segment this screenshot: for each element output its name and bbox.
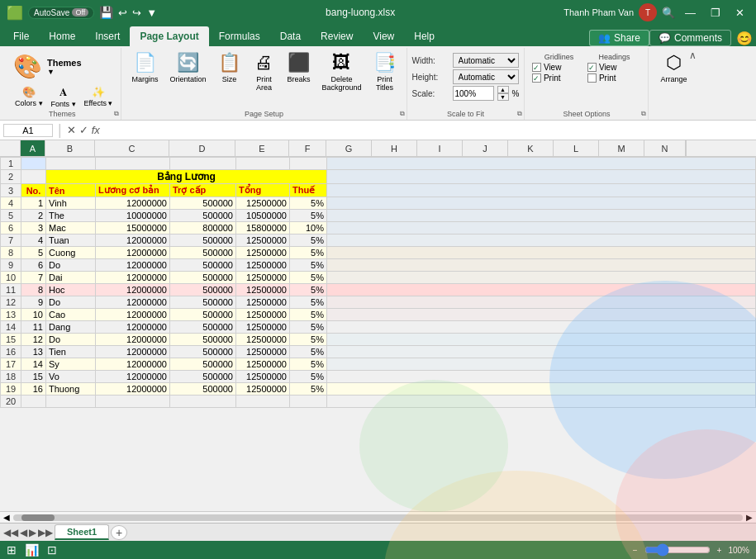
col-header-k[interactable]: K — [508, 140, 554, 156]
layout-view-icon[interactable]: ⊡ — [47, 543, 57, 557]
width-select[interactable]: Automatic 1 page 2 pages — [453, 53, 519, 68]
cell-ext-4[interactable] — [327, 234, 756, 247]
cell-trocap-12[interactable]: 500000 — [170, 334, 236, 346]
scroll-tabs-next-icon[interactable]: ▶ — [29, 527, 36, 538]
redo-icon[interactable]: ↪ — [132, 7, 141, 19]
col-header-b[interactable]: B — [45, 140, 95, 156]
cell-ext-9[interactable] — [327, 296, 756, 309]
formula-input[interactable] — [103, 126, 753, 135]
cell-ext-8[interactable] — [327, 284, 756, 296]
cell-thue-8[interactable]: 5% — [290, 284, 327, 296]
tab-formulas[interactable]: Formulas — [209, 26, 270, 46]
col-header-i[interactable]: I — [417, 140, 463, 156]
cell-tong-11[interactable]: 12500000 — [236, 321, 290, 334]
breaks-button[interactable]: ⬛ Breaks — [282, 50, 315, 86]
cell-g1-ext[interactable] — [327, 158, 756, 170]
orientation-button[interactable]: 🔄 Orientation — [164, 50, 211, 86]
cell-thue-9[interactable]: 5% — [290, 296, 327, 309]
cell-b3[interactable]: Tên — [46, 184, 96, 197]
cell-ext-2[interactable] — [327, 210, 756, 222]
fonts-button[interactable]: 𝐀 Fonts ▾ — [48, 84, 79, 110]
cell-trocap-3[interactable]: 800000 — [170, 222, 236, 234]
cell-tong-3[interactable]: 15800000 — [236, 222, 290, 234]
print-area-button[interactable]: 🖨 PrintArea — [247, 50, 280, 94]
cell-luong-9[interactable]: 12000000 — [96, 296, 170, 309]
gridlines-view-checkbox[interactable] — [532, 63, 541, 72]
cell-name-14[interactable]: Sy — [46, 358, 96, 371]
cell-mode-icon[interactable]: ⊞ — [7, 543, 17, 557]
cell-trocap-11[interactable]: 500000 — [170, 321, 236, 334]
cell-f20[interactable] — [290, 396, 327, 408]
confirm-formula-icon[interactable]: ✓ — [79, 124, 88, 136]
cell-tong-6[interactable]: 12500000 — [236, 259, 290, 272]
cell-tong-8[interactable]: 12500000 — [236, 284, 290, 296]
cell-no-11[interactable]: 11 — [21, 321, 46, 334]
cell-name-3[interactable]: Mac — [46, 222, 96, 234]
cell-luong-12[interactable]: 12000000 — [96, 334, 170, 346]
cell-name-5[interactable]: Cuong — [46, 247, 96, 259]
cell-name-4[interactable]: Tuan — [46, 234, 96, 247]
cell-thue-6[interactable]: 5% — [290, 259, 327, 272]
cell-luong-5[interactable]: 12000000 — [96, 247, 170, 259]
cell-thue-16[interactable]: 5% — [290, 383, 327, 396]
cell-a3[interactable]: No. — [21, 184, 46, 197]
zoom-out-icon[interactable]: − — [633, 546, 638, 555]
sheet-tab-sheet1[interactable]: Sheet1 — [55, 524, 109, 540]
cell-thue-10[interactable]: 5% — [290, 309, 327, 321]
cell-no-13[interactable]: 13 — [21, 346, 46, 358]
col-header-a[interactable]: A — [21, 140, 45, 156]
cell-tong-16[interactable]: 12500000 — [236, 383, 290, 396]
cell-e3[interactable]: Tổng — [236, 184, 290, 197]
cell-name-13[interactable]: Tien — [46, 346, 96, 358]
cell-tong-7[interactable]: 12500000 — [236, 272, 290, 284]
headings-print-checkbox[interactable] — [587, 73, 597, 83]
scrollbar-thumb[interactable] — [21, 514, 55, 521]
restore-button[interactable]: ❐ — [706, 5, 725, 21]
cell-name-12[interactable]: Do — [46, 334, 96, 346]
size-button[interactable]: 📋 Size — [212, 50, 245, 86]
col-header-h[interactable]: H — [372, 140, 417, 156]
cell-thue-15[interactable]: 5% — [290, 371, 327, 383]
cell-ext-20[interactable] — [327, 396, 756, 408]
comments-button[interactable]: 💬 Comments — [649, 30, 731, 46]
cell-d20[interactable] — [170, 396, 236, 408]
cell-thue-7[interactable]: 5% — [290, 272, 327, 284]
cell-luong-11[interactable]: 12000000 — [96, 321, 170, 334]
cell-thue-4[interactable]: 5% — [290, 234, 327, 247]
cell-c3[interactable]: Lương cơ bản — [96, 184, 170, 197]
cell-trocap-13[interactable]: 500000 — [170, 346, 236, 358]
scale-input[interactable] — [453, 86, 494, 101]
cell-trocap-10[interactable]: 500000 — [170, 309, 236, 321]
cell-trocap-14[interactable]: 500000 — [170, 358, 236, 371]
gridlines-print-checkbox[interactable] — [532, 73, 541, 83]
cell-name-16[interactable]: Thuong — [46, 383, 96, 396]
share-button[interactable]: 👥 Share — [589, 30, 649, 46]
cell-f1[interactable] — [290, 158, 327, 170]
col-header-l[interactable]: L — [554, 140, 599, 156]
col-header-f[interactable]: F — [289, 140, 326, 156]
cell-no-4[interactable]: 4 — [21, 234, 46, 247]
smiley-icon[interactable]: 😊 — [736, 31, 753, 46]
cell-luong-8[interactable]: 12000000 — [96, 284, 170, 296]
cell-no-1[interactable]: 1 — [21, 197, 46, 210]
colors-button[interactable]: 🎨 Colors ▾ — [12, 84, 46, 110]
cell-no-16[interactable]: 16 — [21, 383, 46, 396]
cell-luong-2[interactable]: 10000000 — [96, 210, 170, 222]
cell-tong-14[interactable]: 12500000 — [236, 358, 290, 371]
close-button[interactable]: ✕ — [730, 5, 749, 21]
cell-e20[interactable] — [236, 396, 290, 408]
cell-tong-9[interactable]: 12500000 — [236, 296, 290, 309]
cell-luong-3[interactable]: 15000000 — [96, 222, 170, 234]
cell-luong-6[interactable]: 12000000 — [96, 259, 170, 272]
print-titles-button[interactable]: 📑 PrintTitles — [368, 50, 402, 94]
cell-name-9[interactable]: Do — [46, 296, 96, 309]
effects-button[interactable]: ✨ Effects ▾ — [81, 84, 116, 110]
cell-no-9[interactable]: 9 — [21, 296, 46, 309]
tab-home[interactable]: Home — [39, 26, 85, 46]
col-header-n[interactable]: N — [644, 140, 686, 156]
tab-help[interactable]: Help — [404, 26, 445, 46]
cell-ext-7[interactable] — [327, 272, 756, 284]
cell-trocap-1[interactable]: 500000 — [170, 197, 236, 210]
cell-trocap-9[interactable]: 500000 — [170, 296, 236, 309]
cell-name-1[interactable]: Vinh — [46, 197, 96, 210]
